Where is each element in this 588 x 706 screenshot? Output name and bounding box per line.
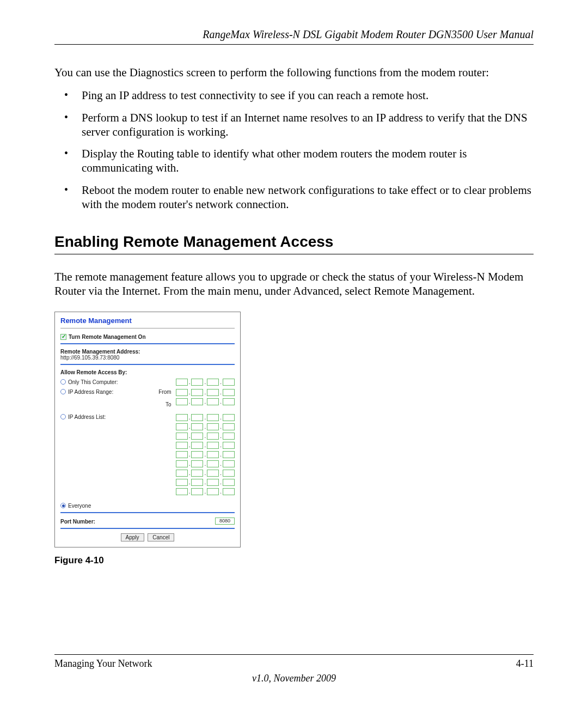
ip-octet-input[interactable] — [176, 433, 188, 440]
ip-octet-input[interactable] — [191, 479, 203, 486]
ip-octet-input[interactable] — [176, 488, 188, 495]
ip-octet-input[interactable] — [191, 398, 203, 405]
radio-only-this-computer[interactable] — [60, 379, 66, 385]
ip-octet-input[interactable] — [191, 414, 203, 421]
allow-access-label: Allow Remote Access By: — [60, 369, 235, 375]
ip-input-single[interactable]: . . . — [176, 379, 235, 386]
ip-octet-input[interactable] — [207, 460, 219, 467]
ip-octet-input[interactable] — [176, 398, 188, 405]
ip-octet-input[interactable] — [223, 389, 235, 396]
figure-4-10: Remote Management ✓ Turn Remote Manageme… — [54, 312, 534, 566]
ip-octet-input[interactable] — [191, 451, 203, 458]
ip-octet-input[interactable] — [207, 398, 219, 405]
ip-octet-input[interactable] — [207, 379, 219, 386]
address-label: Remote Management Address: — [60, 349, 235, 355]
footer-version: v1.0, November 2009 — [54, 673, 534, 684]
ip-octet-input[interactable] — [191, 470, 203, 477]
divider — [60, 512, 235, 513]
ip-octet-input[interactable] — [223, 433, 235, 440]
ip-octet-input[interactable] — [223, 379, 235, 386]
ip-octet-input[interactable] — [207, 389, 219, 396]
intro-paragraph: You can use the Diagnostics screen to pe… — [54, 65, 534, 80]
ip-octet-input[interactable] — [176, 442, 188, 449]
from-label: From — [158, 389, 171, 395]
divider — [60, 364, 235, 365]
divider — [60, 328, 235, 328]
to-label: To — [158, 401, 171, 407]
ip-octet-input[interactable] — [223, 451, 235, 458]
divider — [60, 343, 235, 344]
ip-octet-input[interactable] — [176, 414, 188, 421]
bullet-item: Display the Routing table to identify wh… — [72, 147, 534, 175]
section-body: The remote management feature allows you… — [54, 270, 534, 299]
radio-label: Only This Computer: — [68, 379, 118, 385]
radio-everyone[interactable] — [60, 503, 66, 508]
ip-octet-input[interactable] — [223, 488, 235, 495]
ip-octet-input[interactable] — [207, 451, 219, 458]
checkbox-icon[interactable]: ✓ — [60, 334, 66, 340]
ip-octet-input[interactable] — [176, 479, 188, 486]
checkbox-label: Turn Remote Management On — [69, 334, 146, 340]
section-heading: Enabling Remote Management Access — [54, 233, 534, 254]
ip-octet-input[interactable] — [223, 442, 235, 449]
footer-left: Managing Your Network — [54, 658, 152, 670]
ip-list-inputs[interactable]: ... ... ... ... ... ... ... ... ... — [176, 414, 235, 495]
ip-octet-input[interactable] — [191, 379, 203, 386]
ip-octet-input[interactable] — [223, 398, 235, 405]
ip-octet-input[interactable] — [191, 389, 203, 396]
port-label: Port Number: — [60, 519, 95, 525]
ip-octet-input[interactable] — [176, 470, 188, 477]
ip-range-inputs[interactable]: ... ... — [176, 389, 235, 407]
ip-octet-input[interactable] — [191, 488, 203, 495]
ip-octet-input[interactable] — [223, 479, 235, 486]
port-number-input[interactable]: 8080 — [215, 518, 235, 525]
radio-label: IP Address List: — [68, 414, 106, 420]
ip-octet-input[interactable] — [176, 379, 188, 386]
running-header: RangeMax Wireless-N DSL Gigabit Modem Ro… — [54, 28, 534, 45]
radio-ip-list[interactable] — [60, 414, 66, 419]
ip-octet-input[interactable] — [207, 470, 219, 477]
diagnostics-bullets: Ping an IP address to test connectivity … — [54, 88, 534, 211]
ip-octet-input[interactable] — [223, 423, 235, 430]
ip-octet-input[interactable] — [207, 442, 219, 449]
ip-octet-input[interactable] — [191, 433, 203, 440]
ip-octet-input[interactable] — [207, 433, 219, 440]
bullet-item: Perform a DNS lookup to test if an Inter… — [72, 111, 534, 139]
ip-octet-input[interactable] — [207, 479, 219, 486]
ip-octet-input[interactable] — [207, 414, 219, 421]
ip-octet-input[interactable] — [176, 460, 188, 467]
address-value: http://69.105.39.73:8080 — [60, 355, 235, 361]
ip-octet-input[interactable] — [191, 442, 203, 449]
ip-octet-input[interactable] — [223, 470, 235, 477]
turn-on-row[interactable]: ✓ Turn Remote Management On — [60, 334, 235, 340]
radio-label: IP Address Range: — [68, 389, 113, 395]
footer-right: 4-11 — [516, 658, 534, 670]
page-footer: Managing Your Network 4-11 v1.0, Novembe… — [54, 654, 534, 684]
ip-octet-input[interactable] — [176, 423, 188, 430]
bullet-item: Reboot the modem router to enable new ne… — [72, 183, 534, 212]
ip-octet-input[interactable] — [176, 451, 188, 458]
figure-caption: Figure 4-10 — [54, 555, 534, 566]
ip-octet-input[interactable] — [207, 423, 219, 430]
radio-label: Everyone — [68, 503, 91, 509]
cancel-button[interactable]: Cancel — [148, 533, 174, 541]
ip-octet-input[interactable] — [207, 488, 219, 495]
ip-octet-input[interactable] — [223, 460, 235, 467]
ip-octet-input[interactable] — [191, 460, 203, 467]
radio-ip-range[interactable] — [60, 389, 66, 394]
panel-title: Remote Management — [60, 317, 235, 325]
ip-octet-input[interactable] — [176, 389, 188, 396]
divider — [60, 528, 235, 529]
remote-management-panel: Remote Management ✓ Turn Remote Manageme… — [54, 312, 241, 547]
apply-button[interactable]: Apply — [121, 533, 144, 541]
bullet-item: Ping an IP address to test connectivity … — [72, 88, 534, 102]
ip-octet-input[interactable] — [223, 414, 235, 421]
ip-octet-input[interactable] — [191, 423, 203, 430]
